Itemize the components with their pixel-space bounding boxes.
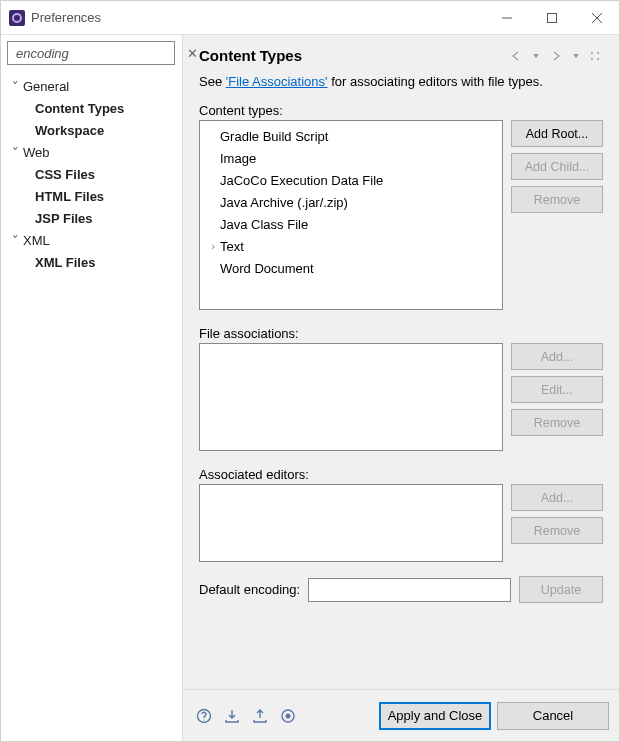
preferences-window: Preferences ✕ ˅ General Content Types Wo…	[0, 0, 620, 742]
eclipse-icon	[9, 10, 25, 26]
update-encoding-button[interactable]: Update	[519, 576, 603, 603]
svg-point-4	[597, 58, 599, 60]
tree-leaf-workspace[interactable]: Workspace	[3, 119, 180, 141]
svg-point-6	[203, 719, 204, 720]
remove-type-button[interactable]: Remove	[511, 186, 603, 213]
import-prefs-icon[interactable]	[221, 705, 243, 727]
associated-editors-list[interactable]	[199, 484, 503, 562]
filter-search[interactable]: ✕	[7, 41, 175, 65]
help-icon[interactable]	[193, 705, 215, 727]
dropdown-icon[interactable]	[569, 49, 583, 63]
associated-editors-label: Associated editors:	[199, 467, 603, 482]
remove-association-button[interactable]: Remove	[511, 409, 603, 436]
add-editor-button[interactable]: Add...	[511, 484, 603, 511]
main-panel: Content Types See 'File Associations' fo…	[183, 35, 619, 741]
page-header: Content Types	[183, 35, 619, 74]
chevron-down-icon[interactable]: ˅	[7, 233, 23, 248]
edit-association-button[interactable]: Edit...	[511, 376, 603, 403]
add-child-button[interactable]: Add Child...	[511, 153, 603, 180]
forward-icon[interactable]	[549, 49, 563, 63]
window-title: Preferences	[31, 10, 101, 25]
category-tree[interactable]: ˅ General Content Types Workspace ˅ Web …	[1, 69, 182, 279]
tree-leaf-html-files[interactable]: HTML Files	[3, 185, 180, 207]
tree-node-general[interactable]: ˅ General	[3, 75, 180, 97]
add-root-button[interactable]: Add Root...	[511, 120, 603, 147]
dialog-body: ✕ ˅ General Content Types Workspace ˅ We…	[1, 35, 619, 741]
file-associations-link[interactable]: 'File Associations'	[226, 74, 328, 89]
remove-editor-button[interactable]: Remove	[511, 517, 603, 544]
oomph-recorder-icon[interactable]	[277, 705, 299, 727]
list-item[interactable]: ›Text	[200, 235, 502, 257]
tree-leaf-xml-files[interactable]: XML Files	[3, 251, 180, 273]
tree-node-web[interactable]: ˅ Web	[3, 141, 180, 163]
list-item[interactable]: Gradle Build Script	[200, 125, 502, 147]
cancel-button[interactable]: Cancel	[497, 702, 609, 730]
page-title: Content Types	[199, 47, 302, 64]
content-types-label: Content types:	[199, 103, 603, 118]
file-associations-list[interactable]	[199, 343, 503, 451]
list-item[interactable]: Image	[200, 147, 502, 169]
svg-point-3	[597, 52, 599, 54]
filter-input[interactable]	[14, 45, 187, 62]
chevron-down-icon[interactable]: ˅	[7, 145, 23, 160]
file-associations-label: File associations:	[199, 326, 603, 341]
chevron-down-icon[interactable]: ˅	[7, 79, 23, 94]
close-button[interactable]	[574, 1, 619, 35]
dialog-footer: Apply and Close Cancel	[183, 689, 619, 741]
tree-leaf-css-files[interactable]: CSS Files	[3, 163, 180, 185]
default-encoding-input[interactable]	[308, 578, 511, 602]
tree-node-xml[interactable]: ˅ XML	[3, 229, 180, 251]
svg-point-2	[591, 58, 593, 60]
content-types-list[interactable]: Gradle Build Script Image JaCoCo Executi…	[199, 120, 503, 310]
back-icon[interactable]	[509, 49, 523, 63]
category-sidebar: ✕ ˅ General Content Types Workspace ˅ We…	[1, 35, 183, 741]
window-controls	[484, 1, 619, 35]
intro-text: See 'File Associations' for associating …	[199, 74, 603, 89]
header-nav-controls	[509, 49, 603, 63]
list-item[interactable]: Java Class File	[200, 213, 502, 235]
titlebar[interactable]: Preferences	[1, 1, 619, 35]
maximize-button[interactable]	[529, 1, 574, 35]
svg-point-8	[286, 713, 291, 718]
view-menu-icon[interactable]	[589, 49, 603, 63]
dropdown-icon[interactable]	[529, 49, 543, 63]
svg-rect-0	[547, 13, 556, 22]
tree-leaf-jsp-files[interactable]: JSP Files	[3, 207, 180, 229]
add-association-button[interactable]: Add...	[511, 343, 603, 370]
svg-point-1	[591, 52, 593, 54]
minimize-button[interactable]	[484, 1, 529, 35]
apply-and-close-button[interactable]: Apply and Close	[379, 702, 491, 730]
tree-leaf-content-types[interactable]: Content Types	[3, 97, 180, 119]
list-item[interactable]: Java Archive (.jar/.zip)	[200, 191, 502, 213]
list-item[interactable]: Word Document	[200, 257, 502, 279]
export-prefs-icon[interactable]	[249, 705, 271, 727]
chevron-right-icon[interactable]: ›	[206, 240, 220, 252]
page-content: See 'File Associations' for associating …	[183, 74, 619, 689]
list-item[interactable]: JaCoCo Execution Data File	[200, 169, 502, 191]
default-encoding-label: Default encoding:	[199, 582, 300, 597]
